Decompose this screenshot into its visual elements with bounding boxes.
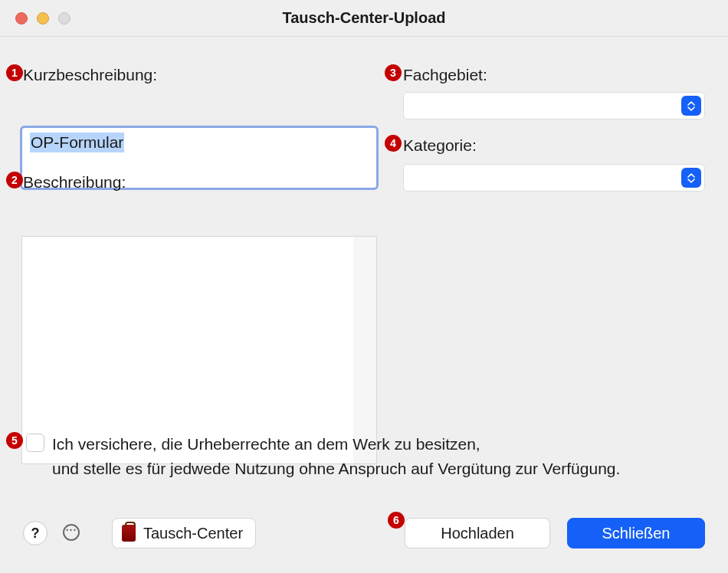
close-button[interactable]: Schließen (567, 518, 705, 548)
step-badge-2: 2 (6, 172, 23, 188)
close-window-icon[interactable] (15, 12, 28, 25)
help-icon: ? (31, 526, 40, 542)
subject-select[interactable] (403, 92, 705, 120)
step-badge-5: 5 (6, 432, 23, 449)
step-badge-3: 3 (385, 64, 402, 81)
category-label: Kategorie: (403, 136, 477, 155)
consent-text: Ich versichere, die Urheberrechte an dem… (52, 432, 620, 481)
consent-line-2: und stelle es für jedwede Nutzung ohne A… (52, 457, 620, 481)
upload-button[interactable]: Hochladen (405, 518, 550, 548)
window-title: Tausch-Center-Upload (0, 9, 728, 27)
tausch-center-icon (122, 525, 136, 542)
short-description-value: OP-Formular (30, 133, 124, 152)
more-options-button[interactable]: ··· (63, 524, 80, 541)
description-textarea[interactable] (21, 236, 377, 464)
chevron-up-down-icon (681, 96, 701, 116)
tausch-center-button[interactable]: Tausch-Center (112, 518, 256, 548)
step-badge-1: 1 (6, 64, 23, 81)
short-description-label: Kurzbeschreibung: (23, 66, 157, 84)
consent-line-1: Ich versichere, die Urheberrechte an dem… (52, 432, 620, 457)
ellipsis-icon: ··· (66, 524, 77, 536)
category-value (404, 165, 412, 178)
tausch-center-label: Tausch-Center (143, 525, 243, 542)
subject-label: Fachgebiet: (403, 66, 487, 84)
subject-value (404, 93, 412, 106)
zoom-window-icon (58, 12, 71, 25)
close-button-label: Schließen (602, 525, 671, 542)
step-badge-4: 4 (385, 135, 402, 152)
step-badge-6: 6 (388, 512, 405, 529)
minimize-window-icon[interactable] (37, 12, 49, 25)
description-label: Beschreibung: (23, 173, 126, 192)
help-button[interactable]: ? (23, 521, 48, 545)
category-select[interactable] (403, 164, 705, 192)
description-scrollbar[interactable] (353, 237, 376, 463)
chevron-up-down-icon (681, 168, 701, 188)
traffic-lights (15, 12, 71, 25)
titlebar: Tausch-Center-Upload (0, 0, 728, 37)
upload-button-label: Hochladen (441, 525, 514, 542)
consent-checkbox[interactable] (26, 434, 44, 452)
